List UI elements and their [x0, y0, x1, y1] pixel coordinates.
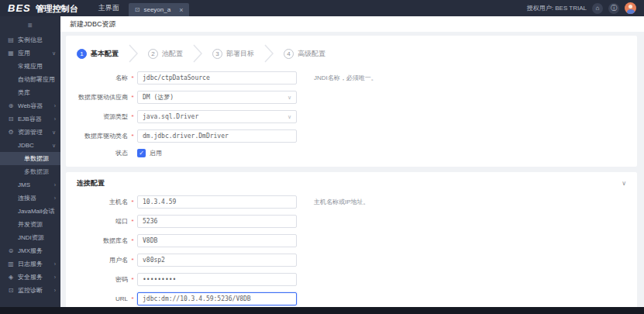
avatar[interactable] [625, 2, 636, 14]
sidebar-item-monitor-diagnosis[interactable]: ⊡ 监控诊断 › [0, 284, 60, 297]
sidebar-item-jdbc[interactable]: JDBC ∨ [0, 139, 60, 152]
sidebar-item-log-service[interactable]: ▥ 日志服务 › [0, 257, 60, 271]
chevron-right-icon: › [54, 103, 56, 109]
required-asterisk: * [128, 74, 137, 81]
required-asterisk: * [128, 113, 137, 120]
sidebar-item-instance-info[interactable]: ▤ 实例信息 [0, 33, 60, 47]
step-basic-config[interactable]: 1 基本配置 [77, 49, 119, 59]
field-label: 资源类型 [77, 112, 128, 121]
required-asterisk: * [128, 198, 137, 205]
username-input[interactable] [137, 254, 297, 267]
collapse-section-icon[interactable]: ∨ [622, 180, 626, 187]
instance-icon: ▤ [7, 36, 15, 43]
sidebar-item-jndi-resources[interactable]: JNDI资源 [0, 231, 60, 244]
sidebar-item-autodeploy-apps[interactable]: 自动部署应用 [0, 73, 60, 86]
sidebar-item-concurrency-resources[interactable]: 并发资源 [0, 218, 60, 231]
web-container-icon: ⊕ [7, 102, 15, 109]
form-row-name: 名称 * JNDI名称，必须唯一。 [77, 71, 626, 85]
basic-config-card: 1 基本配置 2 池配置 3 部署目标 [66, 36, 637, 167]
top-header: BES 管理控制台 主界面 ⊡ seeyon_a × 授权用户: BES TRI… [0, 0, 644, 16]
sidebar-item-single-datasource[interactable]: 单数据源 [0, 152, 60, 165]
chevron-down-icon: ∨ [52, 143, 56, 149]
tab-server[interactable]: ⊡ seeyon_a × [129, 3, 190, 16]
port-input[interactable] [137, 215, 297, 228]
form-row-port: 端口 * [77, 215, 626, 228]
info-icon[interactable]: ⓘ [608, 3, 619, 14]
wizard-steps: 1 基本配置 2 池配置 3 部署目标 [77, 42, 626, 71]
connection-config-card: 连接配置 ∨ 主机名 * 主机名称或IP地址。 端口 * 数据库名 * [66, 172, 637, 307]
server-tab-icon: ⊡ [135, 6, 140, 13]
sidebar-item-jms[interactable]: JMS › [0, 178, 60, 192]
collapse-sidebar-icon[interactable]: ≡ [28, 21, 33, 29]
step-deploy-target[interactable]: 3 部署目标 [212, 49, 254, 59]
form-row-username: 用户名 * [77, 254, 626, 267]
name-input[interactable] [137, 71, 297, 85]
sidebar-item-resource-mgmt[interactable]: ⚙ 资源管理 ∨ [0, 126, 60, 139]
driver-class-input[interactable] [137, 129, 297, 143]
sidebar-item-applications[interactable]: ▦ 应用 ∨ [0, 47, 60, 60]
home-icon[interactable]: ⌂ [592, 3, 603, 14]
required-asterisk: * [128, 295, 137, 302]
step-pool-config[interactable]: 2 池配置 [148, 49, 183, 59]
required-asterisk: * [128, 133, 137, 140]
section-title: 连接配置 [77, 178, 105, 188]
sidebar: ≡ ▤ 实例信息 ▦ 应用 ∨ 常规应用 自动部署应用 类库 ⊕ Web容器 ›… [0, 16, 60, 307]
sidebar-item-regular-apps[interactable]: 常规应用 [0, 60, 60, 73]
logo-product-text: 管理控制台 [36, 3, 78, 15]
database-name-input[interactable] [137, 234, 297, 247]
required-asterisk: * [128, 257, 137, 264]
chevron-down-icon: ∨ [52, 50, 56, 57]
log-icon: ▥ [7, 261, 15, 267]
sidebar-item-web-container[interactable]: ⊕ Web容器 › [0, 99, 60, 112]
sidebar-item-multi-datasource[interactable]: 多数据源 [0, 165, 60, 178]
step-number: 3 [212, 49, 222, 59]
sidebar-item-jmx-service[interactable]: ⊜ JMX服务 [0, 244, 60, 257]
field-label: 端口 [77, 217, 128, 226]
sidebar-item-javamail-session[interactable]: JavaMail会话 [0, 205, 60, 218]
password-input[interactable] [137, 273, 297, 286]
step-number: 1 [77, 49, 87, 59]
form-row-status: 状态 * ✓ 启用 [77, 149, 626, 157]
field-label: 数据库驱动类名 [77, 132, 128, 140]
apps-icon: ▦ [7, 50, 15, 57]
checkbox-label: 启用 [150, 149, 162, 157]
required-asterisk: * [128, 276, 137, 283]
server-tab-label: seeyon_a [143, 6, 170, 13]
jmx-icon: ⊜ [7, 247, 15, 254]
chevron-right-icon: › [54, 195, 56, 201]
sidebar-item-connectors[interactable]: 连接器 › [0, 192, 60, 205]
hostname-input[interactable] [137, 195, 297, 209]
step-separator-icon [192, 43, 203, 64]
form-row-url: URL * [77, 292, 626, 305]
field-hint: JNDI名称，必须唯一。 [314, 74, 377, 82]
form-row-database-name: 数据库名 * [77, 234, 626, 247]
close-icon[interactable]: × [179, 6, 183, 14]
field-hint: 主机名称或IP地址。 [314, 198, 370, 206]
security-icon: ◈ [7, 274, 15, 281]
chevron-down-icon: ∨ [288, 95, 291, 101]
driver-vendor-select[interactable]: DM (达梦) ∨ [137, 91, 297, 104]
sidebar-item-ejb-container[interactable]: ⊟ EJB容器 › [0, 112, 60, 126]
form-row-password: 密码 * [77, 273, 626, 286]
menu-main-screen[interactable]: 主界面 [89, 3, 129, 13]
resource-type-select[interactable]: java.sql.Driver ∨ [137, 110, 297, 123]
ejb-container-icon: ⊟ [7, 116, 15, 122]
sidebar-item-security-service[interactable]: ◈ 安全服务 › [0, 271, 60, 284]
chevron-down-icon: ∨ [52, 129, 56, 136]
url-input[interactable] [137, 292, 297, 305]
field-label: 名称 [77, 74, 128, 82]
form-row-driver-class: 数据库驱动类名 * [77, 129, 626, 143]
step-number: 4 [284, 49, 294, 59]
sidebar-item-libraries[interactable]: 类库 [0, 86, 60, 99]
chevron-down-icon: ∨ [288, 114, 291, 120]
licensed-user-label: 授权用户: BES TRIAL [527, 4, 587, 12]
logo-bes-text: BES [8, 2, 31, 14]
step-number: 2 [148, 49, 158, 59]
chevron-right-icon: › [54, 182, 56, 188]
page-title: 新建JDBC资源 [70, 19, 116, 29]
field-label: 数据库名 [77, 236, 128, 245]
step-advanced-config[interactable]: 4 高级配置 [284, 49, 325, 59]
enabled-checkbox[interactable]: ✓ [137, 149, 146, 157]
required-asterisk: * [128, 237, 137, 244]
field-label: 用户名 [77, 256, 128, 264]
